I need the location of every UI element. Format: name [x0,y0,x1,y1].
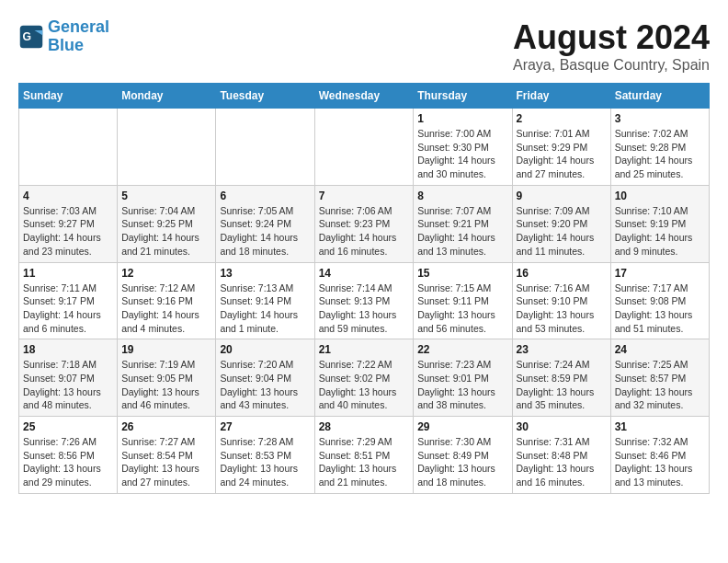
day-info: Sunrise: 7:22 AM Sunset: 9:02 PM Dayligh… [319,358,410,412]
day-info: Sunrise: 7:24 AM Sunset: 8:59 PM Dayligh… [517,358,607,412]
day-info: Sunrise: 7:16 AM Sunset: 9:10 PM Dayligh… [517,282,607,336]
day-info: Sunrise: 7:11 AM Sunset: 9:17 PM Dayligh… [23,282,113,336]
calendar-cell: 2Sunrise: 7:01 AM Sunset: 9:29 PM Daylig… [512,109,610,186]
day-info: Sunrise: 7:26 AM Sunset: 8:56 PM Dayligh… [23,435,113,489]
day-info: Sunrise: 7:10 AM Sunset: 9:19 PM Dayligh… [615,204,705,259]
day-number: 8 [417,190,507,202]
day-number: 13 [220,267,310,280]
calendar-cell: 26Sunrise: 7:27 AM Sunset: 8:54 PM Dayli… [118,417,216,494]
day-info: Sunrise: 7:18 AM Sunset: 9:07 PM Dayligh… [23,358,113,412]
calendar-cell: 3Sunrise: 7:02 AM Sunset: 9:28 PM Daylig… [610,109,709,186]
day-info: Sunrise: 7:03 AM Sunset: 9:27 PM Dayligh… [23,204,113,259]
day-info: Sunrise: 7:06 AM Sunset: 9:23 PM Dayligh… [319,204,410,259]
day-info: Sunrise: 7:01 AM Sunset: 9:29 PM Dayligh… [517,127,607,181]
calendar-cell: 29Sunrise: 7:30 AM Sunset: 8:49 PM Dayli… [414,417,512,494]
day-number: 11 [23,267,113,280]
day-info: Sunrise: 7:13 AM Sunset: 9:14 PM Dayligh… [220,282,310,336]
day-number: 21 [319,343,410,356]
logo-icon: G [18,24,44,50]
calendar-cell: 1Sunrise: 7:00 AM Sunset: 9:30 PM Daylig… [414,109,512,186]
calendar-cell [314,109,414,186]
day-number: 23 [517,343,607,356]
day-info: Sunrise: 7:23 AM Sunset: 9:01 PM Dayligh… [417,358,507,412]
weekday-header-thursday: Thursday [414,84,512,109]
day-info: Sunrise: 7:32 AM Sunset: 8:46 PM Dayligh… [615,435,705,489]
calendar-cell: 31Sunrise: 7:32 AM Sunset: 8:46 PM Dayli… [610,417,709,494]
day-number: 16 [517,267,607,280]
day-number: 19 [121,343,211,356]
weekday-header-monday: Monday [118,84,216,109]
day-info: Sunrise: 7:09 AM Sunset: 9:20 PM Dayligh… [517,204,607,259]
day-number: 18 [23,343,113,356]
day-info: Sunrise: 7:19 AM Sunset: 9:05 PM Dayligh… [121,358,211,412]
day-info: Sunrise: 7:04 AM Sunset: 9:25 PM Dayligh… [121,204,211,259]
weekday-header-wednesday: Wednesday [314,84,414,109]
day-info: Sunrise: 7:20 AM Sunset: 9:04 PM Dayligh… [220,358,310,412]
calendar-cell: 6Sunrise: 7:05 AM Sunset: 9:24 PM Daylig… [216,185,314,262]
day-number: 4 [23,190,113,202]
day-number: 12 [121,267,211,280]
calendar-cell: 12Sunrise: 7:12 AM Sunset: 9:16 PM Dayli… [118,262,216,339]
day-info: Sunrise: 7:15 AM Sunset: 9:11 PM Dayligh… [417,282,507,336]
day-number: 25 [23,420,113,433]
day-number: 9 [517,190,607,202]
calendar-cell: 27Sunrise: 7:28 AM Sunset: 8:53 PM Dayli… [216,417,314,494]
day-number: 14 [319,267,410,280]
calendar-cell: 19Sunrise: 7:19 AM Sunset: 9:05 PM Dayli… [118,339,216,417]
weekday-header-row: SundayMondayTuesdayWednesdayThursdayFrid… [19,84,710,109]
logo-line1: General Blue [48,18,109,55]
day-info: Sunrise: 7:31 AM Sunset: 8:48 PM Dayligh… [517,435,607,489]
day-number: 10 [615,190,705,202]
calendar-cell: 17Sunrise: 7:17 AM Sunset: 9:08 PM Dayli… [610,262,709,339]
day-number: 24 [615,343,705,356]
day-info: Sunrise: 7:17 AM Sunset: 9:08 PM Dayligh… [615,282,705,336]
calendar-week-row: 1Sunrise: 7:00 AM Sunset: 9:30 PM Daylig… [19,109,710,186]
calendar-cell: 7Sunrise: 7:06 AM Sunset: 9:23 PM Daylig… [314,185,414,262]
calendar-cell: 30Sunrise: 7:31 AM Sunset: 8:48 PM Dayli… [512,417,610,494]
day-info: Sunrise: 7:14 AM Sunset: 9:13 PM Dayligh… [319,282,410,336]
calendar-cell: 10Sunrise: 7:10 AM Sunset: 9:19 PM Dayli… [610,185,709,262]
day-info: Sunrise: 7:00 AM Sunset: 9:30 PM Dayligh… [417,127,507,181]
day-number: 3 [615,112,705,125]
calendar-cell: 25Sunrise: 7:26 AM Sunset: 8:56 PM Dayli… [19,417,118,494]
logo: G General Blue [18,18,109,55]
weekday-header-friday: Friday [512,84,610,109]
svg-text:G: G [22,29,31,42]
calendar-cell: 15Sunrise: 7:15 AM Sunset: 9:11 PM Dayli… [414,262,512,339]
day-number: 15 [417,267,507,280]
month-title: August 2024 [513,18,710,57]
calendar-cell: 9Sunrise: 7:09 AM Sunset: 9:20 PM Daylig… [512,185,610,262]
day-number: 22 [417,343,507,356]
calendar-cell: 5Sunrise: 7:04 AM Sunset: 9:25 PM Daylig… [118,185,216,262]
calendar-week-row: 25Sunrise: 7:26 AM Sunset: 8:56 PM Dayli… [19,417,710,494]
weekday-header-tuesday: Tuesday [216,84,314,109]
day-info: Sunrise: 7:05 AM Sunset: 9:24 PM Dayligh… [220,204,310,259]
calendar-cell: 22Sunrise: 7:23 AM Sunset: 9:01 PM Dayli… [414,339,512,417]
day-number: 20 [220,343,310,356]
day-number: 27 [220,420,310,433]
day-number: 5 [121,190,211,202]
day-number: 29 [417,420,507,433]
calendar-cell [216,109,314,186]
title-section: August 2024 Araya, Basque Country, Spain [513,18,710,74]
calendar-cell: 20Sunrise: 7:20 AM Sunset: 9:04 PM Dayli… [216,339,314,417]
calendar-cell [118,109,216,186]
day-info: Sunrise: 7:30 AM Sunset: 8:49 PM Dayligh… [417,435,507,489]
calendar-cell: 4Sunrise: 7:03 AM Sunset: 9:27 PM Daylig… [19,185,118,262]
day-number: 17 [615,267,705,280]
calendar-cell: 16Sunrise: 7:16 AM Sunset: 9:10 PM Dayli… [512,262,610,339]
day-info: Sunrise: 7:28 AM Sunset: 8:53 PM Dayligh… [220,435,310,489]
calendar-week-row: 4Sunrise: 7:03 AM Sunset: 9:27 PM Daylig… [19,185,710,262]
day-info: Sunrise: 7:25 AM Sunset: 8:57 PM Dayligh… [615,358,705,412]
calendar-table: SundayMondayTuesdayWednesdayThursdayFrid… [18,83,710,494]
day-number: 31 [615,420,705,433]
calendar-cell: 8Sunrise: 7:07 AM Sunset: 9:21 PM Daylig… [414,185,512,262]
calendar-cell: 14Sunrise: 7:14 AM Sunset: 9:13 PM Dayli… [314,262,414,339]
calendar-week-row: 11Sunrise: 7:11 AM Sunset: 9:17 PM Dayli… [19,262,710,339]
day-number: 26 [121,420,211,433]
calendar-cell: 18Sunrise: 7:18 AM Sunset: 9:07 PM Dayli… [19,339,118,417]
day-number: 2 [517,112,607,125]
calendar-cell: 24Sunrise: 7:25 AM Sunset: 8:57 PM Dayli… [610,339,709,417]
day-info: Sunrise: 7:27 AM Sunset: 8:54 PM Dayligh… [121,435,211,489]
calendar-week-row: 18Sunrise: 7:18 AM Sunset: 9:07 PM Dayli… [19,339,710,417]
